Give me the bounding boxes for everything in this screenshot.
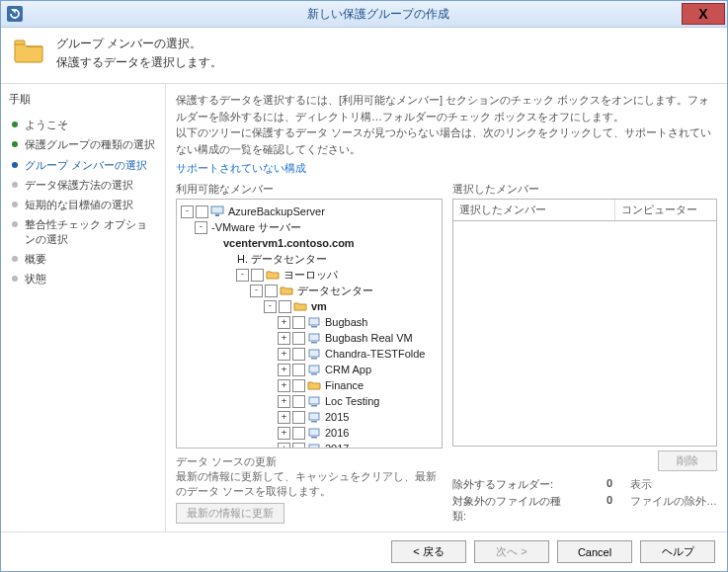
step-label: 概要 — [25, 252, 46, 266]
checkbox[interactable] — [292, 316, 305, 329]
help-button[interactable]: ヘルプ — [640, 540, 715, 563]
tree-node-item[interactable]: CRM App — [325, 364, 371, 375]
vm-icon — [307, 348, 321, 360]
checkbox[interactable] — [292, 427, 305, 440]
refresh-title: データ ソースの更新 — [176, 454, 443, 469]
expand-toggle[interactable]: + — [278, 348, 290, 361]
expand-toggle[interactable]: + — [278, 332, 290, 345]
wizard-step[interactable]: グループ メンバーの選択 — [5, 155, 161, 175]
svg-rect-13 — [311, 405, 317, 407]
refresh-desc: 最新の情報に更新して、キャッシュをクリアし、最新のデータ ソースを取得します。 — [176, 469, 443, 499]
folder-icon — [13, 38, 44, 63]
expand-toggle[interactable]: + — [278, 395, 290, 408]
tree-node-vmware[interactable]: -VMware サーバー — [211, 220, 301, 235]
step-bullet-icon — [12, 122, 18, 127]
expand-toggle[interactable]: + — [278, 427, 290, 440]
folder-icon — [293, 300, 307, 312]
tree-node-item[interactable]: Chandra-TESTFolde — [325, 348, 426, 360]
step-bullet-icon — [12, 276, 18, 282]
wizard-step: 短期的な目標値の選択 — [5, 195, 161, 214]
tree-node-item[interactable]: 2015 — [325, 411, 349, 423]
wizard-step: 状態 — [5, 269, 161, 288]
expand-toggle[interactable]: - — [181, 205, 194, 218]
tree-node-item[interactable]: Bugbash — [325, 316, 367, 328]
checkbox[interactable] — [292, 395, 305, 408]
svg-rect-5 — [311, 326, 317, 328]
vm-icon — [307, 364, 321, 375]
col-computer[interactable]: コンピューター — [615, 200, 716, 220]
svg-rect-6 — [309, 334, 319, 341]
excluded-types-count: 0 — [593, 494, 612, 524]
wizard-step[interactable]: ようこそ — [5, 115, 161, 134]
available-members-tree[interactable]: - AzureBackupServer - -VMware サーバー — [176, 199, 443, 449]
expand-toggle[interactable]: - — [236, 269, 249, 282]
delete-button[interactable]: 削除 — [658, 450, 717, 471]
tree-node-vcenter[interactable]: vcentervm1.contoso.com — [223, 237, 355, 249]
checkbox[interactable] — [292, 364, 305, 376]
steps-panel: 手順 ようこそ保護グループの種類の選択グループ メンバーの選択データ保護方法の選… — [1, 84, 166, 531]
tree-node-item[interactable]: Finance — [325, 379, 364, 391]
checkbox[interactable] — [251, 269, 264, 282]
wizard-step[interactable]: 保護グループの種類の選択 — [5, 134, 161, 154]
refresh-button[interactable]: 最新の情報に更新 — [176, 503, 284, 524]
instruction-text-1: 保護するデータを選択するには、[利用可能なメンバー] セクションのチェック ボッ… — [176, 92, 717, 124]
checkbox[interactable] — [292, 332, 305, 345]
checkbox[interactable] — [279, 300, 291, 313]
next-button[interactable]: 次へ > — [474, 540, 549, 563]
wizard-step: データ保護方法の選択 — [5, 175, 161, 195]
selected-members-label: 選択したメンバー — [452, 182, 717, 197]
back-button[interactable]: < 戻る — [391, 540, 466, 563]
tree-node-item[interactable]: 2016 — [325, 427, 349, 439]
expand-toggle[interactable]: + — [278, 364, 290, 376]
checkbox[interactable] — [196, 205, 208, 218]
svg-rect-4 — [309, 318, 319, 325]
step-bullet-icon — [12, 141, 18, 147]
tree-node-vm[interactable]: vm — [311, 300, 327, 312]
refresh-section: データ ソースの更新 最新の情報に更新して、キャッシュをクリアし、最新のデータ … — [176, 454, 443, 524]
expand-toggle[interactable]: - — [195, 221, 207, 234]
exclude-files-link[interactable]: ファイルの除外… — [630, 494, 717, 524]
tree-node-item[interactable]: 2017 — [325, 443, 349, 449]
svg-rect-2 — [211, 206, 223, 213]
expand-toggle[interactable]: - — [264, 300, 277, 313]
svg-rect-8 — [309, 350, 319, 357]
unsupported-config-link[interactable]: サポートされていない構成 — [176, 161, 717, 176]
tree-node-dc-parent[interactable]: H. データセンター — [237, 252, 327, 267]
step-bullet-icon — [12, 221, 18, 227]
tree-node-europe[interactable]: ヨーロッパ — [283, 268, 338, 283]
svg-rect-15 — [311, 421, 317, 423]
vm-icon — [307, 332, 321, 344]
close-button[interactable]: X — [682, 3, 725, 25]
tree-node-dc[interactable]: データセンター — [297, 284, 373, 298]
cancel-button[interactable]: Cancel — [557, 540, 632, 563]
folder-icon — [280, 285, 293, 296]
available-members-panel: 利用可能なメンバー - AzureBackupServer — [176, 182, 443, 524]
tree-node-item[interactable]: Bugbash Real VM — [325, 332, 413, 344]
wizard-step: 概要 — [5, 249, 161, 269]
svg-rect-1 — [15, 41, 25, 44]
expand-toggle[interactable]: + — [278, 379, 290, 392]
selected-grid-body[interactable] — [452, 220, 717, 447]
checkbox[interactable] — [265, 285, 278, 297]
step-bullet-icon — [12, 256, 18, 262]
excluded-folders-count: 0 — [593, 477, 612, 492]
main-panel: 保護するデータを選択するには、[利用可能なメンバー] セクションのチェック ボッ… — [166, 84, 727, 531]
expand-toggle[interactable]: - — [250, 285, 263, 297]
view-excluded-link[interactable]: 表示 — [630, 477, 717, 492]
expand-toggle[interactable]: + — [278, 411, 290, 424]
svg-rect-16 — [309, 429, 319, 436]
checkbox[interactable] — [292, 348, 305, 361]
server-icon — [210, 205, 224, 217]
svg-rect-11 — [311, 373, 317, 375]
expand-toggle[interactable]: + — [278, 443, 290, 449]
col-selected-member[interactable]: 選択したメンバー — [453, 200, 615, 220]
checkbox[interactable] — [292, 443, 305, 449]
checkbox[interactable] — [292, 411, 305, 424]
tree-node-root[interactable]: AzureBackupServer — [228, 205, 325, 217]
selected-members-panel: 選択したメンバー 選択したメンバー コンピューター 削除 除外するフォルダー: … — [452, 182, 717, 524]
expand-toggle[interactable]: + — [278, 316, 290, 329]
tree-node-item[interactable]: Loc Testing — [325, 395, 379, 407]
selected-grid-header: 選択したメンバー コンピューター — [452, 199, 717, 220]
window-title: 新しい保護グループの作成 — [29, 6, 727, 23]
checkbox[interactable] — [292, 379, 305, 392]
